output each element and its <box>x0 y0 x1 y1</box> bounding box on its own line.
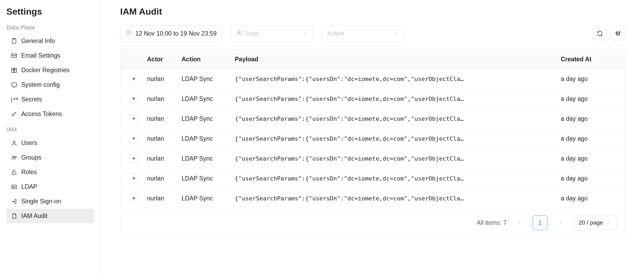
sidebar-item-single-sign-on[interactable]: Single Sign-on <box>6 194 94 209</box>
mail-icon <box>11 52 18 59</box>
cell-payload: {"userSearchParams":{"usersDn":"dc=iomet… <box>235 195 561 202</box>
expand-row-button[interactable]: + <box>129 134 138 143</box>
sidebar-item-roles[interactable]: Roles <box>6 165 94 179</box>
sliders-icon <box>615 30 621 37</box>
registry-icon <box>11 67 18 74</box>
settings-sliders-button[interactable] <box>611 27 625 40</box>
date-range-value: 12 Nov 10:00 to 19 Nov 23:59 <box>135 30 217 37</box>
expand-row-button[interactable]: + <box>129 114 138 123</box>
cell-action: LDAP Sync <box>182 115 235 122</box>
svg-rect-6 <box>12 83 16 86</box>
page-size-select[interactable]: 20 / page <box>574 215 617 230</box>
refresh-button[interactable] <box>593 27 607 40</box>
sidebar-item-users[interactable]: Users <box>6 136 94 150</box>
sidebar-item-label: Single Sign-on <box>21 198 61 205</box>
cell-payload: {"userSearchParams":{"usersDn":"dc=iomet… <box>235 115 561 122</box>
table-header: Actor Action Payload Created At <box>120 50 625 69</box>
user-filter-select[interactable]: User <box>231 25 313 42</box>
column-header-payload: Payload <box>235 56 561 63</box>
total-items-label: All items: 7 <box>477 219 507 226</box>
chevron-down-icon <box>607 219 612 226</box>
cell-created: a day ago <box>561 175 625 182</box>
sidebar-item-label: LDAP <box>21 183 37 190</box>
sidebar-item-groups[interactable]: Groups <box>6 150 94 165</box>
cell-action: LDAP Sync <box>182 95 235 102</box>
cell-action: LDAP Sync <box>182 155 235 162</box>
svg-rect-4 <box>14 68 16 72</box>
page-size-label: 20 / page <box>579 219 603 226</box>
cell-payload: {"userSearchParams":{"usersDn":"dc=iomet… <box>235 76 561 82</box>
date-range-picker[interactable]: 12 Nov 10:00 to 19 Nov 23:59 <box>120 25 222 42</box>
clock-icon <box>126 30 132 37</box>
svg-point-18 <box>238 31 240 33</box>
svg-rect-2 <box>12 54 16 58</box>
sidebar-item-label: Docker Registries <box>21 67 70 74</box>
table-footer: All items: 7 1 20 / page <box>120 208 625 237</box>
column-header-created: Created At <box>561 56 625 63</box>
column-header-actor: Actor <box>147 56 182 63</box>
idcard-icon <box>11 183 18 190</box>
svg-point-22 <box>616 32 617 33</box>
current-page[interactable]: 1 <box>533 215 547 230</box>
secrets-icon: |** <box>11 96 18 103</box>
audit-table: Actor Action Payload Created At +nurlanL… <box>120 50 625 237</box>
cell-actor: nurlan <box>147 95 182 102</box>
sidebar-item-label: System config <box>21 81 60 88</box>
sidebar-item-system-config[interactable]: System config <box>6 78 94 92</box>
cell-created: a day ago <box>561 135 625 142</box>
sidebar-item-label: Access Tokens <box>21 110 62 118</box>
cell-actor: nurlan <box>147 115 182 122</box>
table-row: +nurlanLDAP Sync{"userSearchParams":{"us… <box>120 149 625 169</box>
settings-sidebar: Settings Data Plane General Info Email S… <box>0 0 101 275</box>
clipboard-icon <box>11 38 18 45</box>
user-icon <box>236 30 242 37</box>
prev-page-button[interactable] <box>513 216 526 229</box>
svg-rect-3 <box>12 68 14 72</box>
section-label-data-plane: Data Plane <box>6 24 94 31</box>
cell-created: a day ago <box>561 155 625 162</box>
column-header-action: Action <box>182 56 235 63</box>
sidebar-item-label: Users <box>21 139 37 147</box>
next-page-button[interactable] <box>554 216 567 229</box>
sidebar-item-access-tokens[interactable]: Access Tokens <box>6 107 94 121</box>
cell-actor: nurlan <box>147 75 182 83</box>
users-icon <box>11 154 18 161</box>
sidebar-item-iam-audit[interactable]: IAM Audit <box>6 209 94 223</box>
table-row: +nurlanLDAP Sync{"userSearchParams":{"us… <box>120 129 625 149</box>
main-content: IAM Audit 12 Nov 10:00 to 19 Nov 23:59 U… <box>101 0 644 275</box>
expand-row-button[interactable]: + <box>129 74 138 83</box>
sidebar-item-docker-registries[interactable]: Docker Registries <box>6 63 94 78</box>
sidebar-item-label: IAM Audit <box>21 212 47 220</box>
login-icon <box>11 198 18 205</box>
user-filter-placeholder: User <box>246 30 259 37</box>
sidebar-item-ldap[interactable]: LDAP <box>6 179 94 194</box>
cell-payload: {"userSearchParams":{"usersDn":"dc=iomet… <box>235 96 561 102</box>
cell-payload: {"userSearchParams":{"usersDn":"dc=iomet… <box>235 175 561 182</box>
cell-created: a day ago <box>561 115 625 122</box>
action-filter-select[interactable]: Action <box>322 25 404 42</box>
refresh-icon <box>597 30 603 37</box>
table-row: +nurlanLDAP Sync{"userSearchParams":{"us… <box>120 89 625 109</box>
cell-payload: {"userSearchParams":{"usersDn":"dc=iomet… <box>235 135 561 142</box>
expand-row-button[interactable]: + <box>129 94 138 103</box>
expand-row-button[interactable]: + <box>129 194 138 203</box>
svg-point-10 <box>12 156 14 158</box>
sidebar-item-email-settings[interactable]: Email Settings <box>6 48 94 63</box>
sidebar-item-general-info[interactable]: General Info <box>6 34 94 48</box>
sidebar-item-label: Email Settings <box>21 52 60 59</box>
sidebar-item-secrets[interactable]: |** Secrets <box>6 92 94 107</box>
key-icon <box>11 111 18 118</box>
page-title: IAM Audit <box>120 6 625 17</box>
svg-point-24 <box>619 32 620 33</box>
cell-action: LDAP Sync <box>182 135 235 142</box>
monitor-icon <box>11 81 18 88</box>
cell-created: a day ago <box>561 75 625 83</box>
expand-row-button[interactable]: + <box>129 174 138 183</box>
file-icon <box>11 213 18 220</box>
svg-point-9 <box>13 141 15 143</box>
expand-row-button[interactable]: + <box>129 154 138 163</box>
svg-point-14 <box>13 186 14 187</box>
chevron-down-icon <box>394 30 399 37</box>
svg-rect-0 <box>12 39 16 44</box>
cell-action: LDAP Sync <box>182 195 235 202</box>
